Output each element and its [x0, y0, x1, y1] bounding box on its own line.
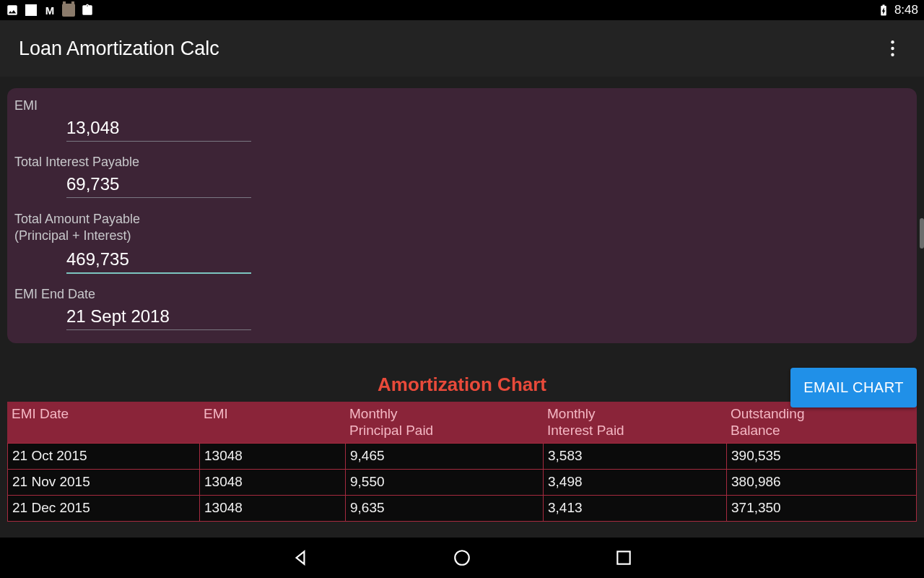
- android-nav-bar: [0, 538, 924, 578]
- cell-outstanding-balance: 390,535: [727, 444, 916, 469]
- emi-label: EMI: [14, 98, 910, 113]
- amortization-chart-title: Amortization Chart: [7, 374, 917, 396]
- scrollbar-thumb[interactable]: [920, 218, 924, 249]
- emi-end-date-label: EMI End Date: [14, 287, 910, 302]
- cell-emi-date: 21 Dec 2015: [8, 496, 200, 521]
- cell-interest-paid: 3,498: [544, 470, 727, 495]
- android-status-bar: M 8:48: [0, 0, 924, 20]
- svg-point-0: [891, 40, 894, 43]
- back-icon: [291, 548, 310, 567]
- cell-interest-paid: 3,413: [544, 496, 727, 521]
- svg-point-1: [891, 47, 894, 50]
- cell-outstanding-balance: 371,350: [727, 496, 916, 521]
- home-icon: [453, 548, 471, 567]
- app-bar: Loan Amortization Calc: [0, 20, 924, 77]
- loan-summary-card: EMI 13,048 Total Interest Payable 69,735…: [7, 88, 917, 343]
- table-header-row: EMI Date EMI MonthlyPrincipal Paid Month…: [7, 402, 917, 444]
- cell-emi: 13048: [200, 496, 346, 521]
- amortization-chart-section: EMAIL CHART Amortization Chart EMI Date …: [7, 374, 917, 522]
- cell-interest-paid: 3,583: [544, 444, 727, 469]
- more-vert-icon: [891, 40, 894, 56]
- total-interest-value[interactable]: 69,735: [66, 174, 251, 198]
- header-outstanding-balance: OutstandingBalance: [726, 402, 917, 444]
- cell-emi-date: 21 Oct 2015: [8, 444, 200, 469]
- table-row[interactable]: 21 Nov 2015130489,5503,498380,986: [7, 470, 917, 496]
- main-content[interactable]: EMI 13,048 Total Interest Payable 69,735…: [0, 77, 924, 538]
- app-title: Loan Amortization Calc: [19, 38, 219, 60]
- table-row[interactable]: 21 Oct 2015130489,4653,583390,535: [7, 443, 917, 470]
- nav-home-button[interactable]: [452, 548, 472, 568]
- svg-point-2: [891, 53, 894, 56]
- header-emi: EMI: [199, 402, 345, 444]
- notification-app3-icon: [62, 4, 75, 17]
- total-amount-label: Total Amount Payable (Principal + Intere…: [14, 211, 910, 245]
- emi-end-date-value[interactable]: 21 Sept 2018: [66, 306, 251, 330]
- cell-outstanding-balance: 380,986: [727, 470, 916, 495]
- emi-value[interactable]: 13,048: [66, 118, 251, 142]
- cell-principal-paid: 9,550: [346, 470, 544, 495]
- nav-back-button[interactable]: [290, 548, 310, 568]
- table-row[interactable]: 21 Dec 2015130489,6353,413371,350: [7, 496, 917, 522]
- header-emi-date: EMI Date: [7, 402, 199, 444]
- header-interest-paid: MonthlyInterest Paid: [543, 402, 726, 444]
- notification-image-icon: [6, 4, 19, 17]
- total-interest-label: Total Interest Payable: [14, 155, 910, 170]
- cell-emi-date: 21 Nov 2015: [8, 470, 200, 495]
- total-amount-value[interactable]: 469,735: [66, 249, 251, 274]
- cell-emi: 13048: [200, 444, 346, 469]
- header-principal-paid: MonthlyPrincipal Paid: [345, 402, 543, 444]
- notification-clipboard-icon: [81, 4, 94, 17]
- notification-app1-icon: [25, 4, 38, 17]
- overflow-menu-button[interactable]: [879, 35, 905, 61]
- svg-rect-4: [617, 551, 629, 564]
- status-clock: 8:48: [894, 3, 918, 17]
- email-chart-button[interactable]: EMAIL CHART: [790, 368, 917, 407]
- battery-icon: [877, 4, 890, 17]
- svg-point-3: [455, 551, 469, 565]
- cell-emi: 13048: [200, 470, 346, 495]
- notification-app2-icon: M: [43, 4, 56, 17]
- nav-recent-button[interactable]: [614, 548, 634, 568]
- amortization-table: EMI Date EMI MonthlyPrincipal Paid Month…: [7, 402, 917, 522]
- cell-principal-paid: 9,465: [346, 444, 544, 469]
- cell-principal-paid: 9,635: [346, 496, 544, 521]
- recent-icon: [614, 548, 633, 567]
